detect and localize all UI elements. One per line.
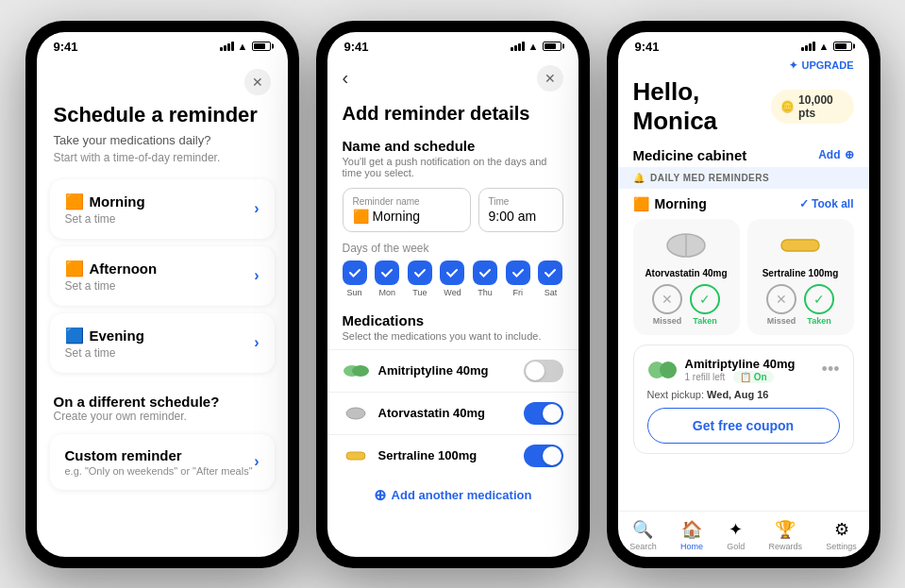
med-item-atorvastatin: Atorvastatin 40mg [327, 392, 578, 434]
afternoon-option[interactable]: 🟧 Afternoon Set a time › [50, 246, 275, 306]
p2-title: Add reminder details [327, 99, 578, 130]
ami-name: Amitriptyline 40mg [685, 357, 796, 371]
day-name-tue: Tue [412, 288, 427, 297]
morning-arrow-icon: › [254, 200, 259, 217]
phone-3: 9:41 ▲ ✦ UPGRADE Hello, Monica [607, 21, 880, 568]
sertraline-missed-btn[interactable]: ✕ [766, 284, 796, 314]
phone-2: 9:41 ▲ ‹ ✕ Add reminder details Name and… [316, 21, 590, 568]
med-item-amitriptyline: Amitriptyline 40mg [327, 349, 578, 392]
day-name-thu: Thu [478, 288, 493, 297]
status-bar-1: 9:41 ▲ [37, 32, 288, 58]
took-all-label: Took all [812, 197, 853, 210]
ami-more-icon[interactable]: ••• [822, 360, 840, 379]
battery-icon-1 [252, 42, 271, 51]
battery-icon-2 [543, 42, 561, 51]
search-nav-icon: 🔍 [632, 519, 653, 540]
day-name-sun: Sun [346, 288, 361, 297]
amitriptyline-pill-icon [343, 358, 369, 384]
add-medicine-button[interactable]: Add ⊕ [818, 148, 853, 161]
status-bar-3: 9:41 ▲ [618, 32, 869, 58]
morning-tag-emoji: 🟧 [633, 196, 649, 211]
close-button-1[interactable]: ✕ [244, 69, 271, 95]
atorvastatin-toggle[interactable] [524, 402, 563, 425]
afternoon-label: Afternoon [90, 260, 158, 277]
alarm-icon: 🔔 [633, 173, 645, 183]
get-coupon-button[interactable]: Get free coupon [647, 408, 840, 444]
morning-label: Morning [90, 193, 145, 210]
p1-subtitle: Take your medications daily? [37, 133, 288, 151]
form-row: Reminder name 🟧 Morning Time 9:00 am [327, 188, 578, 242]
custom-arrow-icon: › [254, 453, 259, 470]
nav-home[interactable]: 🏠 Home [680, 519, 703, 551]
check-icon: ✓ [799, 197, 809, 210]
svg-point-1 [352, 365, 369, 377]
day-check-fri [506, 260, 530, 285]
med-item-sertraline: Sertraline 100mg [327, 434, 578, 477]
add-med-circle-icon: ⊕ [374, 486, 386, 504]
home-nav-icon: 🏠 [681, 519, 702, 540]
day-chip-fri[interactable]: Fri [506, 260, 530, 297]
sertraline-taken-label: Taken [807, 316, 830, 326]
afternoon-sub: Set a time [65, 279, 158, 293]
sertraline-actions: ✕ Missed ✓ Taken [766, 284, 834, 326]
atorvastatin-taken-label: Taken [693, 316, 716, 326]
day-name-sat: Sat [545, 288, 558, 297]
search-nav-label: Search [629, 542, 657, 551]
evening-option[interactable]: 🟦 Evening Set a time › [50, 313, 275, 373]
settings-nav-icon: ⚙ [834, 519, 849, 540]
status-time-1: 9:41 [54, 40, 78, 54]
greeting-label: Hello, Monica [633, 77, 772, 136]
cabinet-title: Medicine cabinet [633, 147, 747, 163]
atorvastatin-missed-btn[interactable]: ✕ [652, 284, 682, 314]
day-chip-mon[interactable]: Mon [375, 260, 399, 297]
custom-reminder-title: Custom reminder [65, 447, 253, 463]
gold-nav-label: Gold [727, 542, 745, 551]
amitriptyline-toggle[interactable] [524, 360, 563, 382]
afternoon-emoji: 🟧 [65, 260, 84, 277]
reminder-name-value: 🟧 Morning [353, 209, 461, 224]
nav-settings[interactable]: ⚙ Settings [826, 519, 857, 551]
amitriptyline-name: Amitriptyline 40mg [378, 363, 489, 378]
custom-reminder-option[interactable]: Custom reminder e.g. "Only on weekends" … [50, 434, 275, 490]
close-button-2[interactable]: ✕ [537, 65, 563, 92]
back-button[interactable]: ‹ [343, 67, 349, 89]
day-name-wed: Wed [444, 288, 461, 297]
time-field[interactable]: Time 9:00 am [478, 188, 563, 232]
sertraline-name: Sertraline 100mg [378, 448, 478, 462]
morning-option[interactable]: 🟧 Morning Set a time › [50, 179, 275, 239]
p1-close-area: ✕ [37, 58, 288, 103]
upgrade-button[interactable]: ✦ UPGRADE [618, 58, 869, 74]
day-check-sat [538, 260, 562, 285]
add-medication-button[interactable]: ⊕ Add another medication [327, 477, 578, 513]
day-chip-sun[interactable]: Sun [343, 260, 367, 297]
atorvastatin-name: Atorvastatin 40mg [378, 406, 485, 420]
evening-arrow-icon: › [254, 334, 259, 351]
sertraline-missed-label: Missed [767, 316, 796, 326]
day-chip-sat[interactable]: Sat [538, 260, 562, 297]
p3-header: Hello, Monica 🪙 10,000 pts [618, 74, 869, 143]
day-name-fri: Fri [513, 288, 524, 297]
sertraline-pill-icon [343, 443, 369, 469]
nav-gold[interactable]: ✦ Gold [727, 519, 745, 551]
atorvastatin-taken-btn[interactable]: ✓ [690, 284, 720, 314]
atorvastatin-pill-icon [343, 400, 369, 427]
day-chip-thu[interactable]: Thu [473, 260, 497, 297]
diff-schedule-desc: Create your own reminder. [54, 410, 271, 423]
sertraline-toggle[interactable] [524, 445, 563, 467]
day-check-thu [473, 260, 497, 285]
nav-rewards[interactable]: 🏆 Rewards [768, 519, 802, 551]
day-chip-wed[interactable]: Wed [440, 260, 464, 297]
sertraline-taken-btn[interactable]: ✓ [804, 284, 834, 314]
evening-sub: Set a time [65, 346, 144, 360]
day-check-tue [408, 260, 432, 285]
days-label: Days of the week [343, 242, 563, 255]
reminder-name-field[interactable]: Reminder name 🟧 Morning [343, 188, 471, 232]
day-chip-tue[interactable]: Tue [408, 260, 432, 297]
evening-label: Evening [90, 328, 144, 344]
nav-search[interactable]: 🔍 Search [629, 519, 657, 551]
points-badge: 🪙 10,000 pts [771, 90, 853, 124]
wifi-icon-1: ▲ [238, 41, 248, 52]
status-icons-2: ▲ [511, 41, 561, 52]
star-icon: ✦ [789, 59, 797, 72]
p2-section-desc: You'll get a push notification on the da… [327, 156, 578, 188]
